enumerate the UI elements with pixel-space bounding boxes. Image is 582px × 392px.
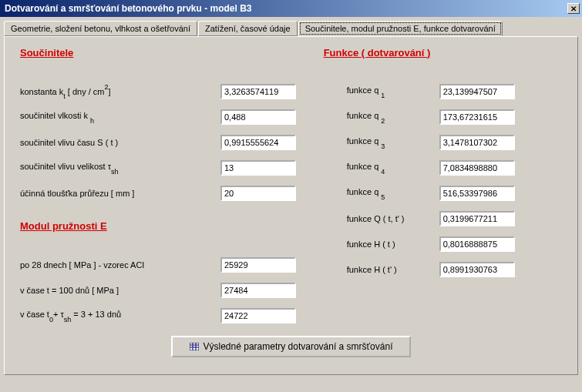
tab-strip: Geometrie, složení betonu, vlhkost a oše… <box>4 21 578 36</box>
label-st: součinitel vlivu času S ( t ) <box>20 138 220 147</box>
label-Q: funkce Q ( t, t' ) <box>324 214 439 223</box>
window-titlebar: Dotvarování a smršťování betonového prvk… <box>0 0 582 17</box>
input-q2[interactable] <box>439 109 515 125</box>
right-column: Funkce ( dotvarování ) funkce q 1 funkce… <box>324 51 562 333</box>
input-q3[interactable] <box>439 135 515 150</box>
results-button[interactable]: Výsledné parametry dotvarování a smršťov… <box>171 336 412 357</box>
label-et0: v čase t0+ τsh = 3 + 13 dnů <box>20 310 220 321</box>
input-Q[interactable] <box>439 211 515 226</box>
label-e28: po 28 dnech [ MPa ] - vzorec ACI <box>20 260 220 270</box>
input-q5[interactable] <box>439 186 515 201</box>
window-title: Dotvarování a smršťování betonového prvk… <box>5 3 252 14</box>
input-q1[interactable] <box>439 84 515 99</box>
svg-rect-0 <box>190 343 199 350</box>
close-icon[interactable]: ✕ <box>567 3 580 14</box>
input-kh[interactable] <box>220 109 296 125</box>
tab-panel: Součinitele konstanta kt [ dny / cm2] so… <box>4 36 578 375</box>
window-body: Geometrie, složení betonu, vlhkost a oše… <box>0 21 582 392</box>
tab-load[interactable]: Zatížení, časové údaje <box>198 21 298 36</box>
table-icon <box>190 343 199 350</box>
input-kt[interactable] <box>220 84 296 99</box>
tab-geometry[interactable]: Geometrie, složení betonu, vlhkost a oše… <box>4 21 197 36</box>
results-button-label: Výsledné parametry dotvarování a smršťov… <box>204 341 393 352</box>
heading-soucinitele: Součinitele <box>20 47 73 59</box>
heading-modul: Modul pružnosti E <box>20 220 107 232</box>
heading-funkce: Funkce ( dotvarování ) <box>324 47 431 59</box>
label-q5: funkce q 5 <box>324 187 439 199</box>
input-tau[interactable] <box>220 160 296 176</box>
input-Htp[interactable] <box>439 262 515 277</box>
label-kt: konstanta kt [ dny / cm2] <box>20 85 220 99</box>
input-et0[interactable] <box>220 308 296 323</box>
label-e100: v čase t = 100 dnů [ MPa ] <box>20 286 220 295</box>
input-e28[interactable] <box>220 257 296 273</box>
label-Htp: funkce H ( t' ) <box>324 265 439 274</box>
label-q3: funkce q 3 <box>324 136 439 148</box>
input-st[interactable] <box>220 135 296 150</box>
input-Ht[interactable] <box>439 236 515 252</box>
label-kh: součinitel vlkosti k h <box>20 111 220 122</box>
left-column: Součinitele konstanta kt [ dny / cm2] so… <box>20 51 324 333</box>
label-thickness: účinná tloušťka průřezu [ mm ] <box>20 189 220 198</box>
label-q4: funkce q 4 <box>324 162 439 173</box>
input-thickness[interactable] <box>220 186 296 201</box>
label-tau: součinitel vlivu velikost τsh <box>20 162 220 173</box>
label-Ht: funkce H ( t ) <box>324 240 439 249</box>
label-q1: funkce q 1 <box>324 85 439 97</box>
tab-coefficients[interactable]: Součinitele, modul pružnosti E, funkce d… <box>298 21 503 36</box>
input-q4[interactable] <box>439 160 515 176</box>
label-q2: funkce q 2 <box>324 111 439 122</box>
input-e100[interactable] <box>220 283 296 298</box>
